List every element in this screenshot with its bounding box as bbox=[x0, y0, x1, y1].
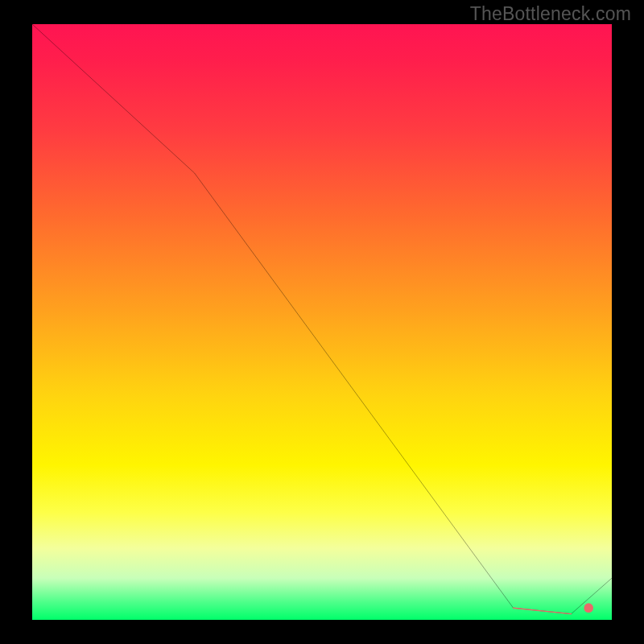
optimal-endpoint-marker bbox=[584, 603, 593, 613]
attribution-text: TheBottleneck.com bbox=[470, 3, 631, 25]
chart-gradient-background bbox=[32, 24, 612, 620]
chart-svg bbox=[32, 24, 612, 620]
bottleneck-curve-line bbox=[32, 24, 612, 614]
optimal-range-highlight bbox=[514, 608, 572, 613]
chart-frame: TheBottleneck.com bbox=[0, 0, 644, 644]
